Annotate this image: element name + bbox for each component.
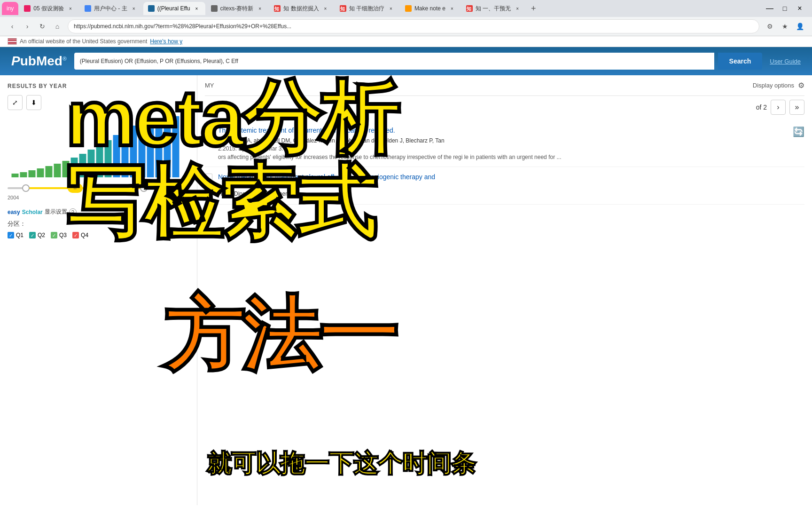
- chart-year-end: 2023: [178, 195, 189, 200]
- q3-checkbox-icon[interactable]: ✓: [51, 232, 57, 238]
- search-button[interactable]: Search: [718, 53, 763, 70]
- svg-rect-4: [46, 166, 53, 177]
- close-button[interactable]: ×: [793, 2, 806, 15]
- tab7-favicon: [405, 5, 412, 12]
- range-drag-icon[interactable]: ↔: [68, 183, 83, 193]
- tab3-close-icon[interactable]: ×: [193, 5, 201, 12]
- my-ncbi-label: MY: [205, 82, 214, 89]
- checkbox-q3[interactable]: ✓ Q3: [51, 232, 67, 238]
- search-input[interactable]: (Pleural Effusion) OR (Effusion, P OR (E…: [74, 53, 714, 70]
- q1-label: Q1: [16, 232, 23, 238]
- article1-authors: t T, Ferrero A, abou nnell DM, González-…: [218, 137, 787, 144]
- checkbox-q4[interactable]: ✓ Q4: [72, 232, 88, 238]
- svg-rect-6: [62, 161, 70, 177]
- minimize-button[interactable]: —: [763, 2, 776, 15]
- tab-8[interactable]: 知 知 一、干预无 ×: [461, 2, 526, 15]
- tab-5[interactable]: 知 知 数据挖掘入 ×: [269, 2, 334, 15]
- tab-iny-label: iny: [7, 5, 14, 12]
- extensions-button[interactable]: ⚙: [763, 20, 776, 33]
- chart-controls: ⤢ ⬇: [8, 95, 189, 110]
- svg-rect-14: [130, 126, 137, 177]
- q1-checkbox-icon[interactable]: ✓: [8, 232, 14, 238]
- new-tab-button[interactable]: +: [527, 2, 540, 15]
- svg-rect-11: [105, 140, 112, 177]
- chart-svg: [8, 114, 189, 180]
- tab5-favicon: 知: [274, 5, 281, 12]
- page-content: An official website of the United States…: [0, 36, 812, 508]
- checkbox-q1[interactable]: ✓ Q1: [8, 232, 23, 238]
- checkbox-q2[interactable]: ✓ Q2: [29, 232, 45, 238]
- back-button[interactable]: ‹: [6, 20, 19, 33]
- download-chart-button[interactable]: ⬇: [26, 95, 41, 110]
- svg-rect-13: [122, 130, 129, 177]
- svg-rect-1: [20, 172, 27, 177]
- browser-chrome: iny 05 假设测验 × 用户中心 - 主 × ((Pleural Effu …: [0, 0, 812, 36]
- range-handle-right[interactable]: [140, 184, 148, 192]
- us-flag-icon: [8, 38, 17, 45]
- tab-1[interactable]: 05 假设测验 ×: [19, 2, 79, 15]
- heres-how-link[interactable]: Here's how y: [150, 38, 182, 45]
- easy-text-scholar: Scholar: [22, 209, 43, 215]
- forward-button[interactable]: ›: [21, 20, 34, 33]
- article1-title[interactable]: The systemic treatment of recurrent ovar…: [218, 126, 787, 135]
- left-sidebar: RESULTS BY YEAR ⤢ ⬇: [0, 75, 197, 505]
- official-banner: An official website of the United States…: [0, 36, 812, 47]
- tab-6[interactable]: 知 知 干细胞治疗 ×: [335, 2, 399, 15]
- results-by-year-title: RESULTS BY YEAR: [8, 83, 189, 89]
- profile-button[interactable]: 👤: [793, 20, 806, 33]
- q2-checkbox-icon[interactable]: ✓: [29, 232, 36, 238]
- svg-rect-7: [71, 158, 78, 177]
- article2-content: Novel therapies for malignant pleural ef…: [218, 173, 804, 198]
- tab8-label: 知 一、干预无: [476, 5, 511, 13]
- tab8-favicon: 知: [466, 5, 473, 12]
- tab-2[interactable]: 用户中心 - 主 ×: [80, 2, 142, 15]
- article1-snippet: ors affecting patients' eligibility for …: [218, 153, 787, 161]
- browser-tools: ⚙ ★ 👤: [763, 20, 806, 33]
- svg-rect-0: [12, 174, 19, 177]
- user-guide-link[interactable]: User Guide: [770, 58, 801, 65]
- refresh-button[interactable]: ↻: [36, 20, 49, 33]
- tab5-close-icon[interactable]: ×: [322, 5, 329, 12]
- q4-checkbox-icon[interactable]: ✓: [72, 232, 79, 238]
- pubmed-logo: PubMed®: [11, 54, 67, 69]
- tab4-close-icon[interactable]: ×: [256, 5, 264, 12]
- tab1-close-icon[interactable]: ×: [67, 5, 74, 12]
- display-options[interactable]: Display options ⚙: [753, 81, 804, 90]
- url-text: https://pubmed.ncbi.nlm.nih.gov/?term=%2…: [74, 23, 291, 30]
- address-bar: ‹ › ↻ ⌂ https://pubmed.ncbi.nlm.nih.gov/…: [0, 17, 812, 36]
- next-page-button[interactable]: ›: [771, 100, 786, 115]
- article1-content: The systemic treatment of recurrent ovar…: [218, 126, 787, 161]
- tab2-close-icon[interactable]: ×: [130, 5, 138, 12]
- url-input[interactable]: https://pubmed.ncbi.nlm.nih.gov/?term=%2…: [68, 19, 759, 33]
- article2-authors: He D, Ding R, Wen Q, Chen L.: [218, 190, 804, 197]
- last-page-button[interactable]: »: [789, 100, 804, 115]
- q3-label: Q3: [59, 232, 67, 238]
- tab6-favicon: 知: [340, 5, 346, 12]
- tab-iny[interactable]: iny: [2, 2, 18, 15]
- fenjou-label: 分区：: [8, 220, 26, 227]
- tab3-favicon: [148, 5, 155, 12]
- article2-title[interactable]: Novel therapies for malignant pleural ef…: [218, 173, 804, 182]
- tab2-label: 用户中心 - 主: [94, 5, 127, 13]
- official-text: An official website of the United States…: [20, 38, 147, 45]
- quartile-checkboxes: ✓ Q1 ✓ Q2 ✓ Q3 ✓ Q4: [8, 232, 189, 238]
- maximize-button[interactable]: □: [778, 2, 791, 15]
- expand-chart-button[interactable]: ⤢: [8, 95, 23, 110]
- year-range-slider[interactable]: ↔: [8, 183, 189, 193]
- tab-4[interactable]: citexs-赛特新 ×: [206, 2, 269, 15]
- tab-3[interactable]: ((Pleural Effu ×: [143, 2, 205, 15]
- article1-checkbox[interactable]: [205, 127, 212, 135]
- display-options-label: Display options: [753, 82, 794, 89]
- tab1-label: 05 假设测验: [33, 5, 64, 13]
- favorites-button[interactable]: ★: [778, 20, 791, 33]
- tab8-close-icon[interactable]: ×: [514, 5, 521, 12]
- article2-checkbox[interactable]: [205, 174, 212, 181]
- easy-scholar-help-icon[interactable]: ?: [69, 208, 77, 216]
- tab6-close-icon[interactable]: ×: [387, 5, 395, 12]
- tab1-favicon: [24, 5, 31, 12]
- svg-rect-8: [79, 154, 86, 177]
- range-handle-left[interactable]: [22, 184, 30, 192]
- tab-7[interactable]: Make note e ×: [400, 2, 461, 15]
- tab7-close-icon[interactable]: ×: [448, 5, 456, 12]
- home-button[interactable]: ⌂: [51, 20, 64, 33]
